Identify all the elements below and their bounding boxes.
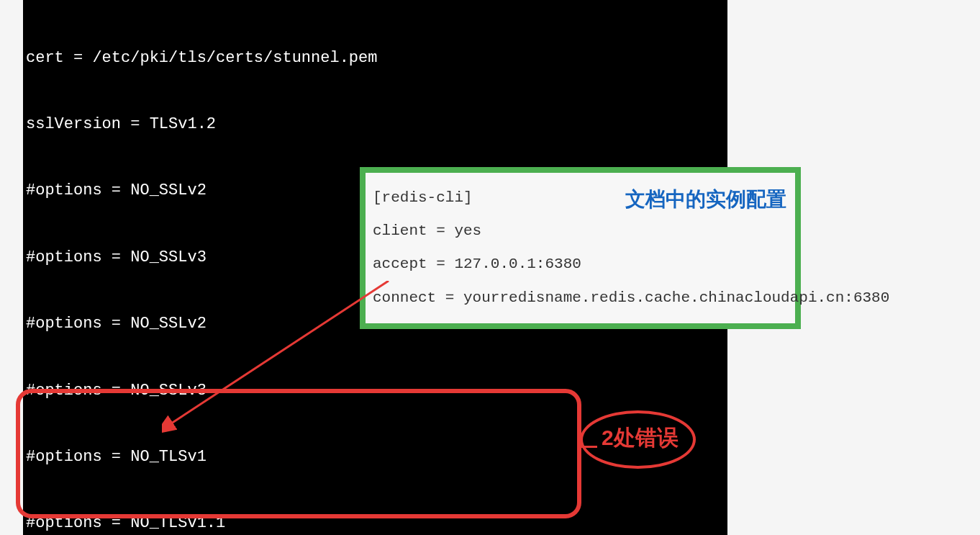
config-line: sslVersion = TLSv1.2: [23, 114, 727, 136]
example-line: accept = 127.0.0.1:6380: [373, 248, 788, 281]
config-line: #options = NO_TLSv1.1: [23, 513, 727, 535]
config-line: #options = NO_SSLv3: [23, 380, 727, 403]
example-line: connect = yourredisname.redis.cache.chin…: [373, 282, 788, 315]
error-count-text: 2处错误: [602, 426, 679, 449]
example-title: 文档中的实例配置: [625, 177, 786, 222]
error-label-container: 2处错误: [580, 410, 731, 469]
example-config-box: 文档中的实例配置 [redis-cli] client = yes accept…: [360, 167, 801, 329]
config-line: cert = /etc/pki/tls/certs/stunnel.pem: [23, 48, 727, 70]
error-bubble: 2处错误: [580, 410, 696, 469]
